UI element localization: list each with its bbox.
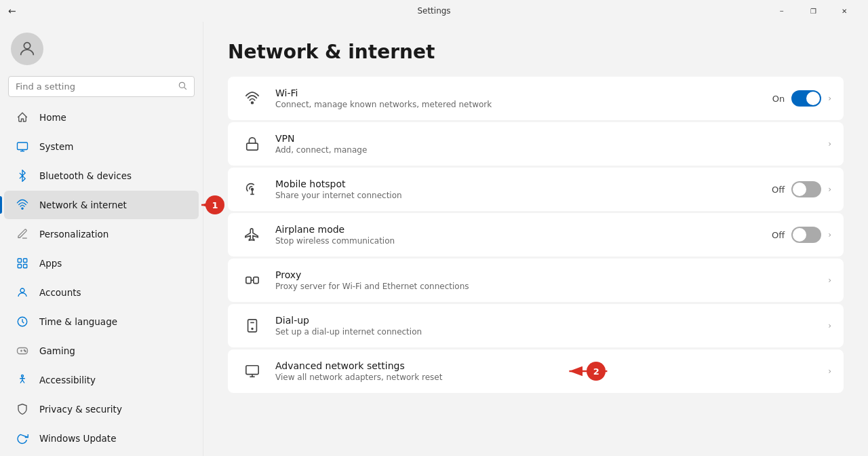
item-desc-vpn: Add, connect, manage [275,145,817,155]
toggle-thumb-wifi [806,92,820,105]
item-text-wifi: Wi-Fi Connect, manage known networks, me… [275,88,762,109]
toggle-thumb-mobile-hotspot [793,183,806,196]
item-title-wifi: Wi-Fi [275,88,762,98]
sidebar-item-apps[interactable]: Apps [4,249,199,278]
item-right-advanced-network: › [828,366,831,376]
nav-label-home: Home [39,112,66,123]
toggle-label-wifi: On [772,94,785,104]
item-title-dialup: Dial-up [275,315,817,326]
sidebar-item-home[interactable]: Home [4,103,199,132]
item-text-proxy: Proxy Proxy server for Wi-Fi and Etherne… [275,269,817,291]
sidebar-item-update[interactable]: Windows Update [4,424,199,453]
item-text-dialup: Dial-up Set up a dial-up internet connec… [275,315,817,337]
item-title-advanced-network: Advanced network settings [275,360,817,371]
settings-item-mobile-hotspot[interactable]: Mobile hotspot Share your internet conne… [228,168,844,211]
chevron-icon-airplane-mode: › [828,230,831,240]
nav-icon-update [15,431,30,446]
item-text-mobile-hotspot: Mobile hotspot Share your internet conne… [275,178,761,200]
nav-icon-network [15,197,30,212]
nav-icon-gaming [15,343,30,358]
svg-point-19 [252,102,254,104]
minimize-button[interactable]: − [766,0,797,22]
item-icon-mobile-hotspot [240,177,264,202]
item-title-vpn: VPN [275,133,817,144]
user-section [0,22,203,73]
svg-rect-3 [18,142,28,150]
nav-label-accessibility: Accessibility [39,375,96,385]
item-desc-airplane-mode: Stop wireless communication [275,236,761,246]
sidebar-item-bluetooth[interactable]: Bluetooth & devices [4,162,199,190]
nav-icon-time [15,314,30,329]
svg-point-17 [25,351,26,352]
settings-item-vpn[interactable]: VPN Add, connect, manage › [228,122,844,166]
settings-item-airplane-mode[interactable]: Airplane mode Stop wireless communicatio… [228,213,844,256]
item-icon-airplane-mode [240,223,264,247]
nav-icon-accounts [15,285,30,300]
svg-point-0 [24,43,30,49]
svg-point-29 [252,328,253,330]
settings-item-dialup[interactable]: Dial-up Set up a dial-up internet connec… [228,304,844,347]
restore-button[interactable]: ❐ [797,0,829,22]
chevron-icon-proxy: › [828,276,831,285]
item-right-airplane-mode: Off › [772,227,831,243]
svg-rect-30 [246,366,258,375]
nav-label-gaming: Gaming [39,345,75,356]
nav-label-time: Time & language [39,316,117,327]
chevron-icon-wifi: › [828,94,831,103]
chevron-icon-vpn: › [828,139,831,149]
svg-point-6 [22,208,23,209]
search-icon [178,81,187,92]
back-button[interactable]: ← [8,5,16,16]
sidebar-item-accessibility[interactable]: Accessibility [4,366,199,394]
item-icon-dialup [240,314,264,338]
nav-label-personalization: Personalization [39,229,108,240]
nav-icon-apps [15,256,30,271]
toggle-label-mobile-hotspot: Off [772,185,785,195]
item-desc-dialup: Set up a dial-up internet connection [275,327,817,337]
sidebar-item-accounts[interactable]: Accounts [4,278,199,307]
item-title-airplane-mode: Airplane mode [275,224,761,235]
sidebar-item-privacy[interactable]: Privacy & security [4,395,199,423]
svg-rect-10 [24,265,27,268]
chevron-icon-advanced-network: › [828,366,831,376]
nav-icon-system [15,139,30,154]
settings-item-proxy[interactable]: Proxy Proxy server for Wi-Fi and Etherne… [228,259,844,302]
toggle-airplane-mode[interactable] [791,227,821,243]
sidebar-item-gaming[interactable]: Gaming [4,337,199,365]
nav-icon-privacy [15,402,30,417]
avatar [11,33,43,65]
settings-item-wifi[interactable]: Wi-Fi Connect, manage known networks, me… [228,77,844,120]
nav-label-network: Network & internet [39,200,127,210]
svg-rect-9 [18,265,21,268]
item-desc-proxy: Proxy server for Wi-Fi and Ethernet conn… [275,282,817,291]
app-container: Home System Bluetooth & devices Network … [0,22,868,456]
svg-point-11 [20,288,24,292]
item-desc-advanced-network: View all network adapters, network reset [275,373,817,382]
nav-label-update: Windows Update [39,433,116,444]
item-right-mobile-hotspot: Off › [772,181,831,197]
nav-label-apps: Apps [39,258,62,269]
sidebar-item-personalization[interactable]: Personalization [4,220,199,248]
titlebar-controls: − ❐ ✕ [766,0,860,22]
item-text-advanced-network: Advanced network settings View all netwo… [275,360,817,382]
item-desc-mobile-hotspot: Share your internet connection [275,191,761,200]
search-box[interactable] [8,76,195,97]
settings-item-advanced-network[interactable]: Advanced network settings View all netwo… [228,349,844,393]
toggle-wifi[interactable] [791,90,821,107]
item-icon-proxy [240,268,264,292]
svg-point-18 [22,375,24,377]
search-input[interactable] [16,81,172,92]
close-button[interactable]: ✕ [829,0,860,22]
item-text-vpn: VPN Add, connect, manage [275,133,817,155]
nav-icon-accessibility [15,373,30,387]
nav-list: Home System Bluetooth & devices Network … [0,102,203,453]
toggle-mobile-hotspot[interactable] [791,181,821,197]
item-desc-wifi: Connect, manage known networks, metered … [275,100,762,109]
nav-label-system: System [39,141,73,152]
sidebar-item-network[interactable]: Network & internet [4,191,199,219]
sidebar-item-system[interactable]: System [4,132,199,161]
nav-label-bluetooth: Bluetooth & devices [39,170,132,181]
content-wrapper: Network & internet Wi-Fi Connect, manage… [228,41,844,393]
sidebar-item-time[interactable]: Time & language [4,307,199,336]
chevron-icon-dialup: › [828,321,831,330]
